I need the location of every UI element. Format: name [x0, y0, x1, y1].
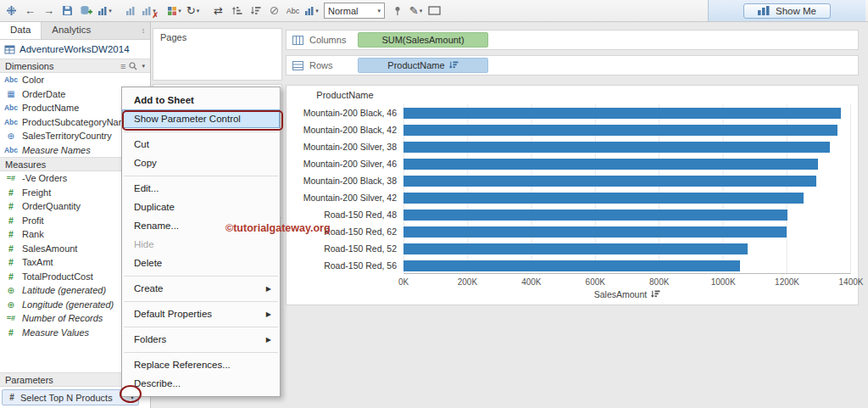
- chevron-down-icon: ▾: [197, 8, 200, 14]
- rows-pill-productname[interactable]: ProductName: [358, 58, 488, 73]
- menu-item-copy[interactable]: Copy: [122, 154, 280, 172]
- fix-axes-pin-icon[interactable]: [388, 2, 406, 20]
- search-icon[interactable]: [129, 62, 137, 70]
- axis-sort-icon[interactable]: [651, 290, 660, 299]
- redo-icon[interactable]: →: [40, 2, 58, 20]
- menu-separator: [124, 301, 278, 302]
- menu-item-create[interactable]: Create▶: [122, 279, 280, 298]
- row-label[interactable]: Mountain-200 Black, 38: [287, 176, 403, 186]
- chevron-down-icon[interactable]: ▾: [142, 63, 145, 70]
- datasource-item[interactable]: AdventureWorksDW2014: [0, 40, 150, 59]
- dimensions-header-label: Dimensions: [5, 61, 53, 71]
- row-label[interactable]: Mountain-200 Silver, 46: [287, 159, 403, 169]
- menu-item-replace-references[interactable]: Replace References...: [122, 355, 280, 374]
- bar[interactable]: [403, 210, 787, 221]
- datasource-name: AdventureWorksDW2014: [19, 44, 130, 54]
- presentation-mode-icon[interactable]: [426, 2, 443, 20]
- pencil-glyph: ✎: [409, 4, 419, 17]
- menu-item-add-to-sheet[interactable]: Add to Sheet: [122, 91, 280, 109]
- row-label[interactable]: Road-150 Red, 56: [287, 260, 403, 271]
- fit-mode-select[interactable]: Normal ▾: [324, 3, 385, 19]
- pages-shelf[interactable]: Pages: [153, 28, 282, 81]
- refresh-icon[interactable]: ↻▾: [184, 2, 202, 20]
- calendar-icon: ▦: [3, 89, 19, 98]
- show-me-button[interactable]: Show Me: [743, 3, 831, 19]
- menu-item-cut[interactable]: Cut: [122, 135, 280, 154]
- globe-icon: ⊕: [3, 131, 19, 141]
- tab-analytics[interactable]: Analytics: [42, 22, 136, 39]
- row-label[interactable]: Mountain-200 Black, 46: [287, 108, 403, 118]
- row-label[interactable]: Road-150 Red, 52: [287, 243, 403, 254]
- bar[interactable]: [403, 142, 830, 153]
- menu-item-default-properties[interactable]: Default Properties▶: [122, 305, 280, 323]
- duplicate-sheet-icon[interactable]: [121, 2, 139, 20]
- bar[interactable]: [403, 193, 804, 204]
- new-worksheet-icon[interactable]: ▾: [96, 2, 114, 20]
- pane-swap-icon[interactable]: ↕: [136, 22, 150, 39]
- menu-item-label: Folders: [134, 334, 166, 344]
- row-label[interactable]: Mountain-200 Silver, 42: [287, 193, 403, 203]
- view-options-icon[interactable]: ≡: [120, 61, 125, 71]
- tab-data[interactable]: Data: [0, 22, 42, 39]
- save-icon[interactable]: [58, 2, 76, 20]
- highlight-icon[interactable]: ▾: [165, 2, 183, 20]
- clear-sheet-icon[interactable]: ✗ ▾: [140, 2, 158, 20]
- menu-item-label: Copy: [134, 158, 157, 168]
- menu-item-describe[interactable]: Describe...: [122, 374, 280, 393]
- hash-icon: #: [3, 229, 19, 239]
- bar[interactable]: [403, 108, 841, 119]
- menu-item-label: Create: [134, 283, 164, 293]
- field-item-color[interactable]: AbcColor: [0, 73, 150, 87]
- menu-item-duplicate[interactable]: Duplicate: [122, 198, 280, 216]
- abc-icon: Abc: [3, 75, 19, 84]
- pages-shelf-label: Pages: [160, 32, 186, 42]
- dimensions-header: Dimensions ≡ ▾: [0, 59, 150, 73]
- swap-rows-columns-icon[interactable]: ⇄: [209, 2, 227, 20]
- x-tick-label: 200K: [458, 277, 477, 287]
- bar[interactable]: [403, 125, 837, 136]
- field-label: Longitude (generated): [22, 299, 114, 310]
- bar-track: [403, 155, 849, 172]
- fit-axes-icon[interactable]: ▾: [303, 2, 320, 20]
- bar-track: [403, 189, 849, 206]
- sort-descending-icon[interactable]: [449, 61, 459, 70]
- row-label[interactable]: Mountain-200 Black, 42: [287, 125, 403, 135]
- chart-row-header[interactable]: ProductName: [287, 90, 403, 100]
- bar[interactable]: [403, 243, 748, 254]
- x-tick-label: 1400K: [839, 277, 864, 287]
- group-members-icon[interactable]: [265, 2, 283, 20]
- hash-icon: #: [3, 271, 19, 282]
- columns-pill-sum-salesamount[interactable]: SUM(SalesAmount): [358, 32, 488, 48]
- menu-item-edit[interactable]: Edit...: [122, 179, 280, 198]
- x-axis-ticks[interactable]: 0K200K400K600K800K1000K1200K1400K: [403, 277, 851, 288]
- show-mark-labels-icon[interactable]: Abc: [284, 2, 302, 20]
- undo-icon[interactable]: ←: [21, 2, 39, 20]
- bar[interactable]: [403, 176, 816, 187]
- menu-item-delete[interactable]: Delete: [122, 254, 280, 272]
- menu-item-folders[interactable]: Folders▶: [122, 330, 280, 349]
- format-pen-icon[interactable]: ✎▾: [407, 2, 425, 20]
- row-label[interactable]: Mountain-200 Silver, 38: [287, 142, 403, 152]
- rows-shelf[interactable]: Rows ProductName: [286, 55, 859, 75]
- hash-icon: #: [3, 327, 19, 338]
- hash-icon: #: [7, 393, 17, 402]
- bar[interactable]: [403, 159, 818, 170]
- bar[interactable]: [403, 226, 787, 238]
- row-label[interactable]: Road-150 Red, 48: [287, 210, 403, 220]
- field-label: Profit: [22, 215, 44, 226]
- add-data-source-icon[interactable]: [77, 2, 95, 20]
- parameter-pill[interactable]: # Select Top N Products ▾: [2, 389, 139, 405]
- x-axis-title-label: SalesAmount: [594, 289, 647, 299]
- sort-descending-icon[interactable]: [247, 2, 264, 20]
- field-label: OrderQuantity: [22, 201, 81, 211]
- columns-shelf[interactable]: Columns SUM(SalesAmount): [286, 30, 859, 50]
- menu-item-label: Add to Sheet: [134, 95, 194, 105]
- chart-row: Mountain-200 Black, 42: [287, 121, 849, 138]
- sort-ascending-icon[interactable]: [228, 2, 246, 20]
- hash-icon: #: [3, 187, 19, 198]
- fit-mode-value: Normal: [328, 6, 358, 16]
- chart-row: Mountain-200 Silver, 46: [287, 155, 849, 172]
- columns-icon: [292, 36, 303, 45]
- bar[interactable]: [403, 260, 740, 271]
- x-axis-title[interactable]: SalesAmount: [403, 289, 851, 299]
